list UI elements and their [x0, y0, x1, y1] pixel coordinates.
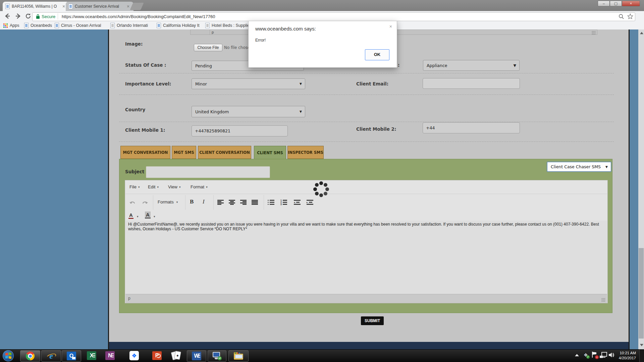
speaker-icon[interactable] [608, 352, 614, 359]
close-button[interactable]: × [622, 1, 640, 6]
element-path: p [128, 296, 130, 301]
page-left-background [0, 29, 108, 349]
taskbar-chrome[interactable] [20, 350, 40, 362]
subject-input[interactable] [146, 166, 270, 178]
bookmark-item[interactable]: Cirrus - Ocean Arrivals [55, 22, 101, 28]
zoom-icon[interactable] [619, 14, 624, 21]
page-icon [157, 23, 161, 28]
align-left-icon[interactable] [217, 200, 224, 205]
tab-inspector-sms[interactable]: INSPECTOR SMS [287, 146, 324, 159]
bookmark-star-icon[interactable] [627, 13, 633, 21]
tab-mgt-conversation[interactable]: MGT CONVERSATION [120, 146, 170, 159]
ok-button[interactable]: OK [365, 49, 389, 60]
editor-menu-view[interactable]: View▾ [168, 184, 180, 189]
align-right-icon[interactable] [240, 200, 247, 205]
url-text[interactable]: https://www.oceanbeds.com/Admin/Booking/… [62, 14, 215, 19]
minimize-button[interactable]: – [598, 1, 610, 6]
sms-template-select[interactable]: Client Case Chaser SMS ▼ [547, 162, 611, 172]
page-icon [205, 23, 210, 28]
taskbar-dropbox[interactable]: ❖ [128, 350, 141, 361]
divider [119, 95, 614, 95]
bullet-list-icon[interactable] [268, 200, 274, 205]
country-select[interactable]: United Kingdom ▼ [192, 106, 305, 117]
action-center-flag-icon[interactable]: × [591, 352, 597, 358]
taskbar-powerpoint[interactable]: P [148, 350, 166, 361]
taskbar-word[interactable]: W [187, 350, 206, 362]
client-mobile-2-field[interactable] [423, 122, 520, 133]
dropbox-icon: ❖ [129, 351, 139, 360]
indent-icon[interactable]: ▸ [307, 200, 313, 205]
chevron-down-icon: ▾ [179, 185, 181, 189]
taskbar-outlook[interactable]: O [62, 350, 81, 362]
taskbar-solitaire[interactable]: ♠ [169, 350, 183, 361]
bold-button[interactable]: B [190, 198, 194, 205]
scrollbar-thumb[interactable] [639, 248, 644, 339]
outlook-icon: O [67, 352, 76, 360]
divider [119, 73, 614, 73]
taskbar-remote-desktop[interactable]: ⇄ [208, 350, 226, 362]
taskbar-onenote[interactable]: N [102, 350, 118, 361]
scroll-up-icon[interactable] [640, 32, 643, 34]
scroll-down-icon[interactable] [640, 344, 643, 346]
client-mobile-1-field[interactable] [192, 125, 288, 136]
browser-tab-1[interactable]: BAR114056, Williams | O × [3, 2, 69, 11]
tab-mgt-sms[interactable]: MGT SMS [172, 146, 196, 159]
align-justify-icon[interactable] [252, 200, 258, 205]
editor-menu-file[interactable]: File▾ [129, 184, 140, 189]
refresh-icon[interactable] [25, 13, 32, 21]
tab-client-conversation[interactable]: CLIENT CONVERSATION [198, 146, 251, 159]
clock-date[interactable]: 4/20/2017 [616, 356, 636, 360]
submit-button[interactable]: SUBMIT [361, 316, 384, 325]
taskbar-file-explorer[interactable] [228, 350, 249, 362]
taskbar-internet-explorer[interactable]: e [41, 350, 61, 362]
tab-close-icon[interactable]: × [125, 4, 131, 9]
image-label: Image: [125, 41, 143, 47]
undo-icon[interactable] [129, 200, 136, 206]
back-icon[interactable] [4, 13, 11, 21]
editor-content-area[interactable]: Hi @CustomerFirstName@, we recently assi… [125, 221, 607, 294]
bookmark-apps[interactable]: Apps [3, 22, 19, 28]
folder-icon [233, 352, 244, 360]
numbered-list-icon[interactable]: 123 [280, 200, 287, 205]
editor-menu-format[interactable]: Format▾ [191, 184, 208, 189]
text-color-button[interactable]: A [128, 212, 133, 219]
network-icon[interactable] [600, 352, 606, 358]
maximize-button[interactable]: ▢ [610, 1, 622, 6]
start-button[interactable] [3, 350, 14, 361]
chevron-down-icon[interactable]: ▾ [137, 215, 139, 218]
redo-icon[interactable] [141, 200, 149, 206]
chevron-down-icon: ▾ [176, 200, 178, 204]
dropbox-tray-icon[interactable]: ❖ ✓ [583, 352, 589, 358]
bookmark-item[interactable]: Orlando International [110, 22, 148, 28]
partially-hidden-label: : [398, 62, 399, 68]
element-path: p [212, 30, 214, 34]
editor-menu-edit[interactable]: Edit▾ [148, 184, 159, 189]
chevron-down-icon: ▼ [514, 63, 516, 68]
playing-cards-icon: ♠ [171, 351, 181, 360]
show-desktop-button[interactable] [639, 349, 644, 362]
italic-button[interactable]: I [203, 198, 205, 205]
chevron-down-icon: ▾ [157, 185, 159, 189]
client-email-field[interactable] [423, 78, 520, 89]
bookmark-item[interactable]: Hotel Beds : Supplie [205, 22, 248, 28]
dialog-close-icon[interactable]: × [389, 24, 392, 29]
bookmark-item[interactable]: Oceanbeds [24, 22, 52, 28]
tab-client-sms[interactable]: CLIENT SMS [254, 146, 286, 159]
outdent-icon[interactable]: ◂ [294, 200, 301, 205]
importance-level-select[interactable]: Minor ▼ [192, 78, 305, 89]
tab-title: Customer Service Arrival [75, 4, 123, 9]
bookmark-item[interactable]: California Holiday Itin [157, 22, 200, 28]
formats-dropdown[interactable]: Formats▾ [158, 199, 178, 204]
show-hidden-icons-icon[interactable] [575, 354, 579, 356]
background-color-button[interactable]: A [145, 212, 151, 219]
forward-icon[interactable] [15, 13, 21, 21]
chevron-down-icon[interactable]: ▾ [154, 215, 155, 218]
case-type-select[interactable]: Appliance ▼ [423, 60, 520, 71]
align-center-icon[interactable] [229, 200, 235, 205]
taskbar-excel[interactable]: X [83, 350, 100, 361]
resize-grip-icon[interactable] [601, 298, 605, 302]
choose-file-button[interactable]: Choose File [194, 44, 222, 51]
browser-tab-2[interactable]: Customer Service Arrival × [66, 2, 133, 11]
clock-time[interactable]: 10:21 AM [616, 351, 636, 355]
resize-grip-icon[interactable] [591, 31, 596, 35]
